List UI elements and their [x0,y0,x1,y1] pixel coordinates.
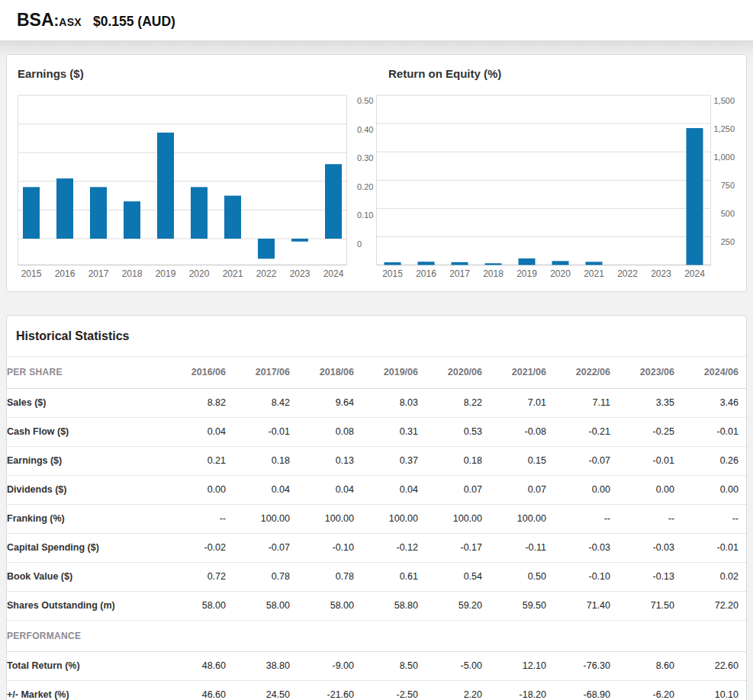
bar-2015 [385,262,401,265]
x-tick-label: 2023 [290,268,311,279]
table-cell: 0.72 [169,562,233,591]
table-cell: -68.90 [554,680,618,700]
historical-statistics-table: PER SHARE2016/062017/062018/062019/06202… [7,357,746,700]
x-tick-label: 2020 [550,268,571,279]
table-cell: 58.00 [169,591,233,620]
roe-bar-chart: 2015201620172018201920202021202220232024… [375,93,746,282]
row-label: Earnings ($) [7,446,169,475]
table-cell: 7.11 [554,388,618,417]
table-cell: -18.20 [490,680,554,700]
table-cell: 8.50 [362,651,426,680]
table-cell: -0.07 [233,533,298,562]
table-cell: 3.35 [618,388,682,417]
table-cell: 0.00 [169,475,233,504]
table-cell: 0.21 [169,446,233,475]
row-label: Cash Flow ($) [7,417,169,446]
table-cell: 0.07 [426,475,490,504]
table-cell: 0.78 [233,562,298,591]
table-cell: 100.00 [362,504,426,533]
table-cell: -6.20 [618,680,682,700]
y-tick-label: 0.50 [357,96,373,105]
historical-statistics-card: Historical Statistics PER SHARE2016/0620… [6,315,747,700]
table-cell: 10.10 [682,680,746,700]
column-header [169,620,233,651]
table-cell: 8.60 [618,651,682,680]
row-label: Sales ($) [7,388,169,417]
table-cell: 8.03 [362,388,426,417]
table-cell: 0.00 [618,475,682,504]
column-header: 2024/06 [682,357,746,388]
table-cell: 0.18 [426,446,490,475]
y-tick-label: 750 [721,181,735,190]
table-cell: 72.20 [682,591,746,620]
row-label: +/- Market (%) [7,680,169,700]
table-cell: 0.04 [233,475,298,504]
table-section-row: PER SHARE2016/062017/062018/062019/06202… [7,357,746,388]
earnings-chart-title: Earnings ($) [18,67,84,80]
column-header: 2022/06 [554,357,618,388]
x-tick-label: 2020 [189,268,210,279]
table-cell: -- [618,504,682,533]
column-header: 2018/06 [298,357,362,388]
ticker-symbol: BSA [17,10,54,30]
table-row: Earnings ($)0.210.180.130.370.180.15-0.0… [7,446,746,475]
y-tick-label: 0.40 [357,125,373,134]
table-cell: 8.82 [169,388,233,417]
table-cell: -0.08 [490,417,554,446]
column-header: 2020/06 [426,357,490,388]
column-header [618,620,682,651]
section-header-label: PERFORMANCE [7,620,169,651]
table-row: Book Value ($)0.720.780.780.610.540.50-0… [7,562,746,591]
table-cell: 100.00 [233,504,298,533]
column-header [362,620,426,651]
table-cell: 46.60 [169,680,233,700]
bar-2016 [418,262,435,265]
page-content: Earnings ($) Return on Equity (%) 201520… [0,40,753,700]
table-cell: -0.25 [618,417,682,446]
table-cell: 9.64 [298,388,362,417]
table-row: +/- Market (%)46.6024.50-21.60-2.502.20-… [7,680,746,700]
table-cell: -5.00 [426,651,490,680]
table-cell: -0.02 [169,533,233,562]
column-header [554,620,618,651]
table-cell: -0.13 [618,562,682,591]
table-cell: -0.10 [298,533,362,562]
table-cell: 58.00 [298,591,362,620]
bar-2023 [291,239,308,242]
table-cell: -0.17 [426,533,490,562]
table-row: Cash Flow ($)0.04-0.010.080.310.53-0.08-… [7,417,746,446]
table-row: Dividends ($)0.000.040.040.040.070.070.0… [7,475,746,504]
table-cell: -0.21 [554,417,618,446]
table-row: Total Return (%)48.6038.80-9.008.50-5.00… [7,651,746,680]
table-cell: 0.00 [682,475,746,504]
column-header [426,620,490,651]
bar-2024 [687,128,703,265]
table-cell: 0.08 [298,417,362,446]
row-label: Capital Spending ($) [7,533,169,562]
table-cell: 2.20 [426,680,490,700]
table-row: Sales ($)8.828.429.648.038.227.017.113.3… [7,388,746,417]
bar-2015 [23,187,40,239]
row-label: Dividends ($) [7,475,169,504]
table-cell: 0.15 [490,446,554,475]
row-label: Shares Outstanding (m) [7,591,169,620]
table-cell: -0.11 [490,533,554,562]
charts-card: Earnings ($) Return on Equity (%) 201520… [6,54,747,292]
table-row: Shares Outstanding (m)58.0058.0058.0058.… [7,591,746,620]
table-cell: 0.04 [298,475,362,504]
table-cell: 0.54 [426,562,490,591]
table-row: Franking (%)--100.00100.00100.00100.0010… [7,504,746,533]
table-cell: -0.03 [554,533,618,562]
x-tick-label: 2019 [516,268,537,279]
y-tick-label: 1,000 [713,153,735,162]
y-tick-label: 0.10 [357,210,373,220]
bar-2022 [258,239,275,258]
table-cell: -- [169,504,233,533]
table-cell: 0.07 [490,475,554,504]
x-tick-label: 2017 [449,268,470,279]
x-tick-label: 2021 [584,268,604,279]
table-cell: 58.00 [233,591,298,620]
bar-2020 [552,261,569,265]
table-cell: 59.20 [426,591,490,620]
table-cell: 71.50 [618,591,682,620]
